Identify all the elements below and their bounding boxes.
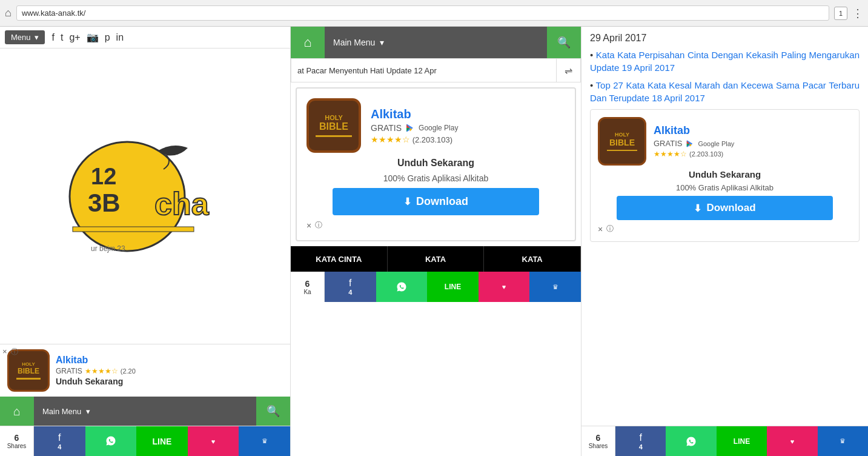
right-ad-count: (2.203.103) [689, 150, 723, 158]
right-shares-label: Shares [589, 443, 608, 449]
right-crown-share[interactable]: ♛ [818, 426, 868, 456]
linkedin-icon[interactable]: in [116, 32, 124, 43]
left-heart-share[interactable]: ♥ [188, 426, 239, 456]
twitter-icon[interactable]: t [61, 32, 63, 43]
left-ad-count: (2.20 [121, 367, 136, 375]
right-facebook-share[interactable]: f 4 [615, 426, 666, 456]
right-article-2-bullet: • [590, 80, 593, 90]
browser-menu-button[interactable]: ⋮ [852, 7, 863, 20]
right-article-2-text: Top 27 Kata Kata Kesal Marah dan Kecewa … [590, 80, 860, 103]
mid-ad-gplay-text: Google Play [419, 124, 458, 132]
mid-ad-stars-row: ★★★★☆ (2.203.103) [371, 135, 458, 144]
mid-whatsapp-share[interactable] [376, 272, 428, 302]
left-shares-bar: 6 Shares f 4 LINE ♥ ♛ [0, 426, 290, 456]
url-bar[interactable] [16, 5, 829, 21]
tab-kata-2[interactable]: KATA [484, 246, 581, 272]
mid-shares-number: 6 [305, 279, 310, 289]
mid-ad-title[interactable]: Alkitab [371, 107, 458, 121]
left-crown-share[interactable]: ♛ [239, 426, 290, 456]
tab-kata-cinta-label: KATA CINTA [316, 255, 362, 264]
mid-heart-share[interactable]: ♥ [479, 272, 530, 302]
left-menu-bar: Menu ▾ f t g+ 📷 p in [0, 27, 290, 49]
svg-text:cha: cha [154, 186, 210, 221]
left-ad-gratis: GRATIS [56, 367, 82, 375]
left-line-icon: LINE [153, 437, 172, 446]
right-shares-count-block: 6 Shares [581, 426, 615, 456]
mid-nav-bar: ⌂ Main Menu ▾ 🔍 [291, 27, 581, 58]
mid-ad-gratis: GRATIS [371, 123, 402, 133]
left-shares-count-block: 6 Shares [0, 426, 34, 456]
mid-ad-close-x[interactable]: × [306, 221, 311, 230]
svg-rect-4 [73, 227, 194, 232]
tab-kata-1[interactable]: KATA [388, 246, 485, 272]
right-shares-number: 6 [596, 433, 601, 443]
left-fb-num: 4 [58, 443, 61, 451]
mid-ad-info-i[interactable]: ⓘ [315, 220, 322, 230]
mid-ad-close-row: × ⓘ [306, 220, 565, 230]
browser-home-button[interactable]: ⌂ [5, 7, 12, 19]
left-whatsapp-share[interactable] [85, 426, 137, 456]
left-ad-title[interactable]: Alkitab [56, 355, 136, 366]
facebook-icon[interactable]: f [52, 32, 55, 43]
scroll-text-bar: at Pacar Menyentuh Hati Update 12 Apr ⇌ [291, 58, 581, 82]
left-menu-dropdown[interactable]: Menu ▾ [5, 30, 45, 44]
right-article-1[interactable]: • Kata Kata Perpisahan Cinta Dengan Keka… [590, 49, 860, 74]
right-article-2[interactable]: • Top 27 Kata Kata Kesal Marah dan Kecew… [590, 79, 860, 104]
left-crown-icon: ♛ [262, 437, 268, 445]
right-content: 29 April 2017 • Kata Kata Perpisahan Cin… [581, 27, 868, 426]
tab-indicator[interactable]: 1 [834, 7, 847, 20]
right-ad-unduh: Unduh Sekarang [689, 169, 761, 179]
mid-nav-search-button[interactable]: 🔍 [547, 27, 581, 58]
right-download-button[interactable]: ⬇ Download [617, 196, 832, 220]
right-article-1-bullet: • [590, 50, 593, 60]
right-ad-subtitle: 100% Gratis Aplikasi Alkitab [676, 183, 774, 192]
scroll-text-content: at Pacar Menyentuh Hati Update 12 Apr [291, 66, 556, 75]
left-logo-area: 12 3B cha ur bejm 23 [0, 49, 290, 344]
googleplus-icon[interactable]: g+ [69, 32, 80, 43]
mid-nav-menu-dropdown[interactable]: Main Menu ▾ [325, 27, 547, 58]
right-download-arrow-icon: ⬇ [694, 203, 701, 214]
shuffle-button[interactable]: ⇌ [556, 58, 580, 82]
left-nav-menu-dropdown[interactable]: Main Menu ▾ [34, 397, 256, 426]
right-ad-close-row: × ⓘ [598, 224, 852, 234]
mid-facebook-share[interactable]: f 4 [325, 272, 376, 302]
site-logo: 12 3B cha ur bejm 23 [67, 136, 224, 257]
right-heart-share[interactable]: ♥ [767, 426, 817, 456]
left-panel: Menu ▾ f t g+ 📷 p in 12 3B [0, 27, 291, 456]
right-ad-header: HOLY BIBLE Alkitab GRATIS [598, 117, 852, 166]
mid-fb-num: 4 [348, 289, 352, 296]
left-facebook-share[interactable]: f 4 [34, 426, 85, 456]
mid-shares-count-block: 6 Ka [291, 272, 325, 302]
left-wa-icon [105, 435, 116, 448]
right-ad-info-i[interactable]: ⓘ [606, 224, 614, 234]
left-nav-home-button[interactable]: ⌂ [0, 397, 34, 426]
instagram-icon[interactable]: 📷 [87, 32, 99, 43]
left-ad-close-x[interactable]: × [2, 347, 7, 356]
mid-shares-label: Ka [303, 289, 311, 295]
right-whatsapp-share[interactable] [666, 426, 716, 456]
mid-line-share[interactable]: LINE [427, 272, 479, 302]
left-ad-text: Alkitab GRATIS ★★★★☆ (2.20 Unduh Sekaran… [56, 355, 136, 386]
right-panel: 29 April 2017 • Kata Kata Perpisahan Cin… [581, 27, 868, 456]
right-ad-close-x[interactable]: × [598, 224, 603, 234]
left-shares-label: Shares [7, 443, 27, 449]
left-nav-search-button[interactable]: 🔍 [256, 397, 290, 426]
right-ad-title[interactable]: Alkitab [654, 124, 734, 137]
mid-crown-share[interactable]: ♛ [529, 272, 581, 302]
left-line-share[interactable]: LINE [136, 426, 188, 456]
download-arrow-icon: ⬇ [403, 196, 411, 207]
browser-bar: ⌂ 1 ⋮ [0, 0, 868, 27]
tab-kata-cinta[interactable]: KATA CINTA [291, 246, 388, 272]
mid-ad-gratis-row: GRATIS Google Play [371, 123, 458, 133]
right-line-share[interactable]: LINE [717, 426, 767, 456]
mid-nav-home-button[interactable]: ⌂ [291, 27, 325, 58]
right-download-label: Download [706, 202, 755, 214]
mid-download-button[interactable]: ⬇ Download [333, 188, 540, 215]
left-ad-info-icon[interactable]: ⓘ [11, 347, 18, 357]
mid-menu-label: Main Menu [333, 38, 375, 47]
left-ad-stars: ★★★★☆ [85, 367, 118, 375]
left-menu-chevron: ▾ [35, 33, 39, 42]
pinterest-icon[interactable]: p [105, 32, 110, 43]
svg-text:ur bejm 23: ur bejm 23 [91, 244, 125, 253]
mid-shares-bar: 6 Ka f 4 LINE ♥ ♛ [291, 272, 581, 302]
